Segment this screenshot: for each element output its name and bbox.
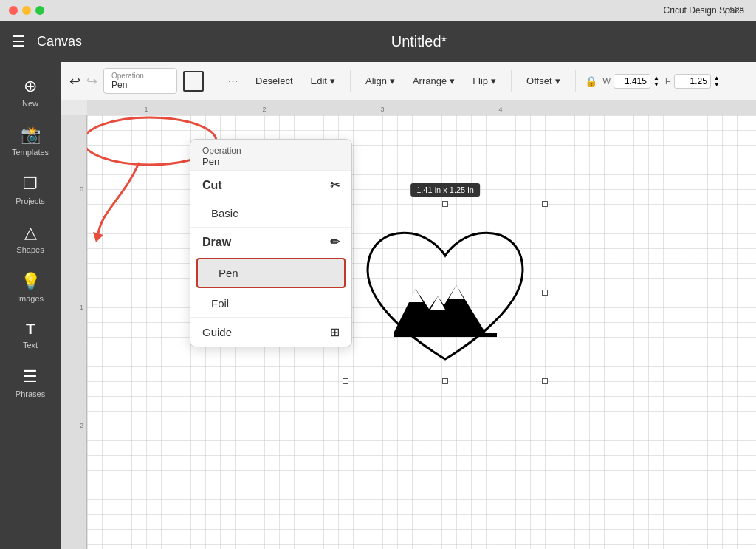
dropdown-item-guide[interactable]: Guide ⊞ (190, 318, 351, 347)
undo-button[interactable]: ↩ (69, 73, 80, 89)
sidebar-label-new: New (22, 99, 38, 108)
svg-marker-6 (449, 285, 464, 299)
guide-icon: ⊞ (330, 325, 340, 339)
images-icon: 💡 (21, 272, 41, 291)
flip-chevron-icon: ▾ (491, 75, 496, 86)
sidebar-item-phrases[interactable]: ☰ Phrases (0, 358, 61, 407)
svg-marker-4 (408, 289, 423, 302)
sidebar-item-projects[interactable]: ❐ Projects (0, 166, 61, 214)
draw-label: Draw (202, 236, 231, 249)
offset-button[interactable]: Offset ▾ (520, 72, 566, 89)
arrange-chevron-icon: ▾ (450, 75, 455, 86)
guide-label: Guide (202, 326, 232, 338)
sidebar: ⊕ New 📸 Templates ❐ Projects △ Shapes 💡 … (0, 62, 61, 549)
dropdown-item-pen-selected[interactable]: Pen (196, 258, 346, 288)
sidebar-label-phrases: Phrases (16, 389, 45, 398)
sidebar-item-templates[interactable]: 📸 Templates (0, 117, 61, 166)
shape-container[interactable]: 1.41 in x 1.25 in (346, 204, 545, 381)
cut-label: Cut (202, 179, 222, 192)
sidebar-label-text: Text (23, 341, 38, 349)
maximize-button[interactable] (35, 6, 44, 15)
foil-label: Foil (211, 297, 229, 310)
sidebar-item-new[interactable]: ⊕ New (0, 68, 61, 117)
divider-2 (350, 70, 351, 92)
handle-tr[interactable] (542, 201, 548, 207)
deselect-label: Deselect (255, 75, 293, 86)
size-width-group: W ▲▼ (603, 74, 659, 89)
ruler-mark-2: 2 (262, 106, 266, 113)
dropdown-item-foil[interactable]: Foil (190, 290, 351, 317)
ruler-v-mark-0: 0 (80, 185, 83, 193)
handle-tc[interactable] (442, 201, 448, 207)
width-label: W (603, 77, 611, 86)
flip-label: Flip (472, 75, 488, 86)
align-button[interactable]: Align ▾ (360, 72, 401, 89)
offset-label: Offset (526, 75, 551, 86)
svg-marker-5 (430, 296, 445, 310)
ruler-left: 0 1 2 (61, 115, 87, 549)
offset-chevron-icon: ▾ (555, 75, 560, 86)
width-input[interactable] (614, 74, 650, 89)
sidebar-label-templates: Templates (12, 148, 49, 157)
app-version: v7.23 (723, 5, 744, 16)
sidebar-item-images[interactable]: 💡 Images (0, 263, 61, 312)
templates-icon: 📸 (21, 126, 41, 145)
height-label: H (665, 77, 671, 86)
canvas-grid: 1.41 in x 1.25 in (87, 115, 756, 549)
svg-marker-8 (93, 232, 103, 242)
svg-rect-3 (394, 333, 497, 337)
dropdown-header: Operation Pen (190, 140, 351, 170)
sidebar-item-shapes[interactable]: △ Shapes (0, 214, 61, 263)
title-bar: Cricut Design Space v7.23 (0, 0, 756, 21)
ruler-v-mark-2: 2 (80, 422, 83, 429)
ruler-mark-4: 4 (498, 106, 502, 113)
projects-icon: ❐ (23, 174, 38, 194)
operation-value: Pen (111, 80, 169, 90)
height-stepper[interactable]: ▲▼ (714, 75, 720, 88)
ruler-v-mark-1: 1 (80, 304, 83, 311)
width-stepper[interactable]: ▲▼ (653, 75, 659, 88)
shapes-icon: △ (24, 223, 37, 242)
divider-4 (575, 70, 576, 92)
main-layout: ⊕ New 📸 Templates ❐ Projects △ Shapes 💡 … (0, 62, 756, 549)
traffic-lights (9, 6, 44, 15)
handle-mr[interactable] (542, 290, 548, 296)
menu-button[interactable]: ☰ (12, 33, 25, 50)
sidebar-label-projects: Projects (16, 197, 45, 205)
canvas-area[interactable]: 1 2 3 4 0 1 2 1.41 in x 1.25 (61, 100, 756, 549)
operation-dropdown-menu: Operation Pen Cut ✂ Basic Draw ✏ (190, 139, 352, 347)
dropdown-item-draw[interactable]: Draw ✏ (190, 228, 351, 256)
handle-br[interactable] (542, 378, 548, 384)
handle-bl[interactable] (343, 378, 348, 384)
align-chevron-icon: ▾ (390, 75, 395, 86)
arrange-button[interactable]: Arrange ▾ (407, 72, 461, 89)
edit-chevron-icon: ▾ (330, 75, 335, 86)
select-all-button[interactable]: ⋯ (222, 72, 244, 89)
shape-svg (346, 204, 545, 381)
content-area: ↩ ↪ Operation Pen ⋯ Deselect Edit ▾ (61, 62, 756, 549)
dropdown-item-basic[interactable]: Basic (190, 200, 351, 227)
flip-button[interactable]: Flip ▾ (467, 72, 502, 89)
align-label: Align (365, 75, 387, 86)
size-height-group: H ▲▼ (665, 74, 720, 89)
shape-selector[interactable] (183, 71, 204, 92)
operation-dropdown[interactable]: Operation Pen (103, 68, 177, 94)
height-input[interactable] (674, 74, 711, 89)
header: ☰ Canvas Untitled* (0, 21, 756, 62)
minimize-button[interactable] (22, 6, 31, 15)
redo-button[interactable]: ↪ (86, 73, 97, 89)
sidebar-label-images: Images (17, 294, 44, 303)
arrange-label: Arrange (413, 75, 447, 86)
canvas-label: Canvas (37, 34, 82, 50)
dropdown-item-pen[interactable]: Pen (198, 259, 344, 287)
edit-button[interactable]: Edit ▾ (305, 72, 341, 89)
dropdown-item-cut[interactable]: Cut ✂ (190, 171, 351, 200)
sidebar-item-text[interactable]: T Text (0, 312, 61, 358)
close-button[interactable] (9, 6, 18, 15)
handle-bc[interactable] (442, 378, 448, 384)
ruler-mark-1: 1 (144, 106, 148, 113)
phrases-icon: ☰ (23, 367, 38, 386)
deselect-button[interactable]: Deselect (250, 72, 299, 89)
draw-icon: ✏ (330, 235, 340, 249)
new-icon: ⊕ (24, 77, 37, 96)
